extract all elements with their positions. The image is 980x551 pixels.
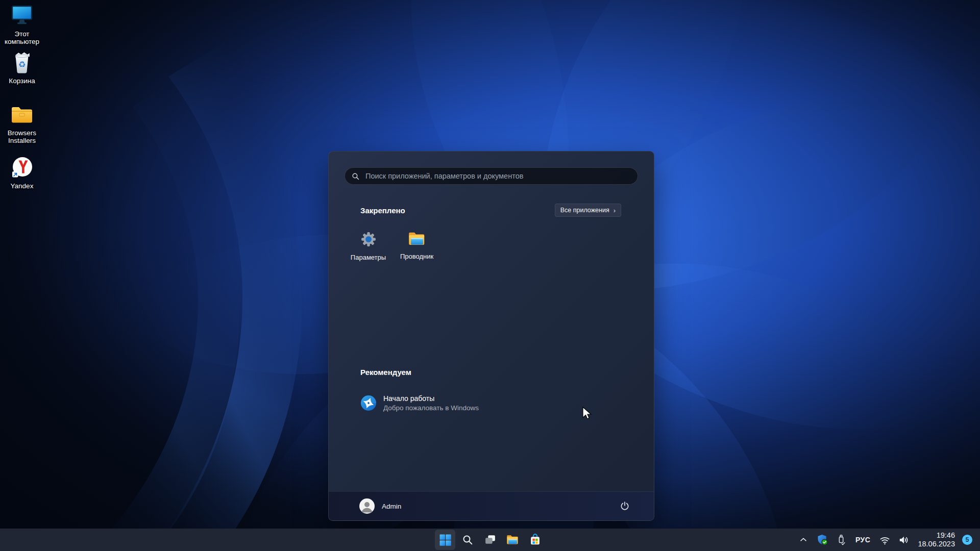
pinned-section-header: Закреплено <box>360 206 405 215</box>
start-search-input[interactable] <box>364 171 631 181</box>
windows-security-icon <box>816 534 828 546</box>
desktop-icon-label: Корзина <box>9 77 35 85</box>
pinned-apps-grid: Параметры <box>344 226 441 270</box>
microsoft-store-button[interactable] <box>525 530 545 550</box>
desktop-icon-yandex[interactable]: Yandex <box>0 156 44 190</box>
chevron-right-icon: › <box>614 207 616 214</box>
start-menu: Закреплено Все приложения › <box>328 151 654 521</box>
start-icon <box>439 534 452 546</box>
recommended-item-subtitle: Добро пожаловать в Windows <box>383 404 479 412</box>
task-view-button[interactable] <box>480 530 500 550</box>
microsoft-store-icon <box>529 534 542 546</box>
desktop-icon-browsers-installers[interactable]: Browsers Installers <box>0 103 44 144</box>
pinned-app-settings[interactable]: Параметры <box>344 226 393 270</box>
chevron-up-icon <box>798 534 809 545</box>
file-explorer-icon <box>407 230 427 249</box>
recommended-item-title: Начало работы <box>383 394 479 403</box>
desktop-icon-recycle-bin[interactable]: ♻ Корзина <box>0 51 44 85</box>
file-explorer-icon <box>506 534 520 546</box>
volume-button[interactable] <box>897 533 911 547</box>
search-icon <box>351 172 360 181</box>
desktop: Этот компьютер ♻ Корзина Bro <box>0 0 980 551</box>
pinned-app-label: Проводник <box>400 253 433 260</box>
power-button[interactable] <box>616 497 633 515</box>
wifi-icon <box>879 534 891 546</box>
pinned-app-explorer[interactable]: Проводник <box>393 226 441 270</box>
task-view-icon <box>484 534 497 546</box>
svg-text:♻: ♻ <box>18 60 26 69</box>
user-avatar <box>359 498 375 514</box>
search-box <box>345 167 638 185</box>
folder-icon <box>10 103 34 127</box>
taskbar-system-tray: РУС <box>797 529 980 551</box>
recommended-section-header: Рекомендуем <box>360 368 411 377</box>
usb-device-icon <box>836 534 847 546</box>
file-explorer-button[interactable] <box>502 530 523 550</box>
recommended-item-get-started[interactable]: Начало работы Добро пожаловать в Windows <box>351 388 494 418</box>
tray-overflow-button[interactable] <box>797 533 810 546</box>
volume-icon <box>898 534 910 546</box>
desktop-icon-label: Yandex <box>11 182 34 190</box>
taskbar-search-button[interactable] <box>457 530 478 550</box>
usb-device-button[interactable] <box>835 533 848 547</box>
pinned-app-label: Параметры <box>351 254 386 261</box>
yandex-browser-icon <box>10 156 34 180</box>
tray-time: 19:46 <box>937 531 955 540</box>
settings-gear-icon <box>359 230 378 251</box>
get-started-icon <box>360 395 377 411</box>
all-apps-button[interactable]: Все приложения › <box>555 204 621 217</box>
tray-date: 18.06.2023 <box>918 540 955 548</box>
start-menu-user-bar: Admin <box>329 491 654 520</box>
user-account-button[interactable]: Admin <box>359 498 401 514</box>
desktop-icon-label: Этот компьютер <box>0 30 44 45</box>
start-button[interactable] <box>435 530 455 550</box>
notification-center-button[interactable]: 5 <box>961 534 973 546</box>
wifi-button[interactable] <box>878 533 892 547</box>
user-name: Admin <box>382 503 401 510</box>
desktop-icon-this-pc[interactable]: Этот компьютер <box>0 4 44 45</box>
this-pc-icon <box>10 4 34 28</box>
notification-count-badge: 5 <box>962 535 972 545</box>
recycle-bin-icon: ♻ <box>10 51 34 74</box>
taskbar-center-buttons <box>435 530 545 550</box>
power-icon <box>619 500 630 512</box>
search-icon <box>461 534 474 546</box>
taskbar: РУС <box>0 529 980 551</box>
desktop-icon-label: Browsers Installers <box>0 129 44 144</box>
language-indicator[interactable]: РУС <box>853 535 873 545</box>
windows-security-button[interactable] <box>815 533 829 547</box>
clock-button[interactable]: 19:46 18.06.2023 <box>916 530 956 549</box>
